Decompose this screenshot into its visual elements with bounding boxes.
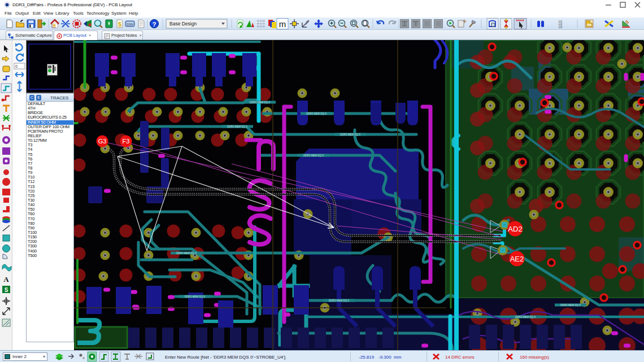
svg-text:F3: F3 <box>123 138 130 145</box>
svg-text:AE2: AE2 <box>510 255 524 263</box>
svg-text:DDR3 MEM DQ 0: DDR3 MEM DQ 0 <box>306 112 327 115</box>
svg-text:A: A <box>3 275 9 284</box>
svg-text:AD2: AD2 <box>508 225 522 233</box>
svg-text:DDR3 MEM DQ 0: DDR3 MEM DQ 0 <box>250 101 270 104</box>
svg-text:0: 0 <box>15 64 18 68</box>
svg-text:Base Design: Base Design <box>169 21 197 27</box>
svg-text:$: $ <box>118 21 121 28</box>
svg-text:DDR3 MEM DQ 0: DDR3 MEM DQ 0 <box>340 133 360 136</box>
svg-text:DSN: DSN <box>127 23 133 26</box>
svg-text:S: S <box>5 287 8 293</box>
svg-text:DDR3 MEM DQ 0: DDR3 MEM DQ 0 <box>185 295 205 298</box>
svg-text:DDR3 MEM DQ 0: DDR3 MEM DQ 0 <box>303 154 324 157</box>
svg-text:DDR3 MEM DQ 0: DDR3 MEM DQ 0 <box>515 316 536 319</box>
svg-text:m: m <box>279 19 286 29</box>
svg-text:G3: G3 <box>98 138 107 145</box>
svg-text:DDR3 MEM DQ 0: DDR3 MEM DQ 0 <box>560 304 581 307</box>
svg-text:?: ? <box>152 21 156 28</box>
svg-text:DDR3 MEM DQ 0: DDR3 MEM DQ 0 <box>227 125 247 128</box>
svg-text:DDR3 MEM DQ 0: DDR3 MEM DQ 0 <box>329 299 349 302</box>
svg-text:DDR3 MEM DQ 0: DDR3 MEM DQ 0 <box>176 252 197 255</box>
svg-text:U3: U3 <box>559 25 563 29</box>
